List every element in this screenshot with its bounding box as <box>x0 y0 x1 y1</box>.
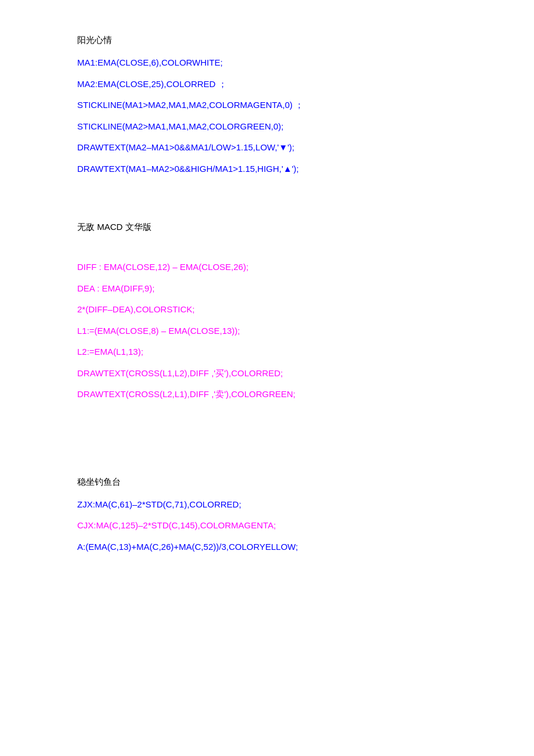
spacer-1 <box>77 193 457 222</box>
code-line-2-6: DRAWTEXT(CROSS(L1,L2),DIFF ,'买'),COLORRE… <box>77 367 457 380</box>
code-line-1-4: STICKLINE(MA2>MA1,MA1,MA2,COLORGREEN,0); <box>77 120 457 134</box>
code-line-2-5: L2:=EMA(L1,13); <box>77 345 457 359</box>
section-title-wudi-macd: 无敌 MACD 文华版 <box>77 222 457 233</box>
code-line-2-4: L1:=(EMA(CLOSE,8) – EMA(CLOSE,13)); <box>77 325 457 338</box>
code-line-2-7: DRAWTEXT(CROSS(L2,L1),DIFF ,'卖'),COLORGR… <box>77 388 457 401</box>
spacer-3 <box>77 419 457 448</box>
section-yangguang: 阳光心情 MA1:EMA(CLOSE,6),COLORWHITE; MA2:EM… <box>77 35 457 175</box>
code-line-3-2: CJX:MA(C,125)–2*STD(C,145),COLORMAGENTA; <box>77 519 457 532</box>
code-line-1-5: DRAWTEXT(MA2–MA1>0&&MA1/LOW>1.15,LOW,'▼'… <box>77 141 457 154</box>
section-wudi-macd: 无敌 MACD 文华版 DIFF : EMA(CLOSE,12) – EMA(C… <box>77 222 457 401</box>
code-line-3-3: A:(EMA(C,13)+MA(C,26)+MA(C,52))/3,COLORY… <box>77 541 457 554</box>
page-container: 阳光心情 MA1:EMA(CLOSE,6),COLORWHITE; MA2:EM… <box>77 35 457 553</box>
code-line-2-1: DIFF : EMA(CLOSE,12) – EMA(CLOSE,26); <box>77 261 457 274</box>
code-line-3-1: ZJX:MA(C,61)–2*STD(C,71),COLORRED; <box>77 498 457 512</box>
section-title-wenzuo: 稳坐钓鱼台 <box>77 477 457 488</box>
code-line-1-3: STICKLINE(MA1>MA2,MA1,MA2,COLORMAGENTA,0… <box>77 99 457 112</box>
code-line-1-1: MA1:EMA(CLOSE,6),COLORWHITE; <box>77 56 457 70</box>
spacer-2a <box>77 243 457 261</box>
section-title-yangguang: 阳光心情 <box>77 35 457 46</box>
section-wenzuo: 稳坐钓鱼台 ZJX:MA(C,61)–2*STD(C,71),COLORRED;… <box>77 477 457 554</box>
spacer-4 <box>77 448 457 477</box>
code-line-1-6: DRAWTEXT(MA1–MA2>0&&HIGH/MA1>1.15,HIGH,'… <box>77 163 457 176</box>
code-line-1-2: MA2:EMA(CLOSE,25),COLORRED ； <box>77 78 457 91</box>
code-line-2-3: 2*(DIFF–DEA),COLORSTICK; <box>77 303 457 316</box>
code-line-2-2: DEA : EMA(DIFF,9); <box>77 282 457 296</box>
